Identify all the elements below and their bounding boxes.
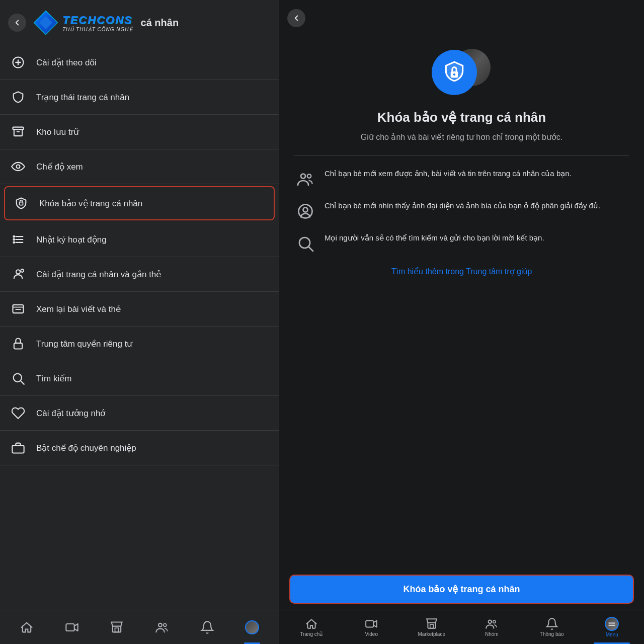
menu-item-label: Bật chế độ chuyên nghiệp [36, 443, 136, 453]
svg-point-9 [17, 165, 20, 169]
left-back-button[interactable] [8, 14, 26, 32]
shield-icon [8, 87, 28, 107]
nav-bell[interactable] [185, 610, 230, 644]
logo-title-text: TECHCONS [62, 14, 133, 27]
review-icon [8, 299, 28, 319]
right-title: Khóa bảo vệ trang cá nhân [377, 110, 546, 125]
menu-item-label: Nhật ký hoạt động [36, 234, 107, 245]
menu-item-tim-kiem[interactable]: Tìm kiếm [0, 361, 279, 396]
right-panel: Khóa bảo vệ trang cá nhân Giữ cho ảnh và… [279, 0, 644, 644]
svg-point-34 [301, 174, 305, 179]
briefcase-icon [8, 438, 28, 458]
svg-line-26 [21, 381, 24, 384]
right-bottom: Khóa bảo vệ trang cá nhân [279, 567, 644, 610]
logo-subtitle-text: THỦ THUẬT CÔNG NGHỆ [62, 27, 133, 32]
right-bottom-nav: Trang chủ Video Marketplace Nhóm Thông b… [279, 610, 644, 644]
menu-item-label: Xem lại bài viết và thẻ [36, 304, 121, 314]
svg-point-43 [493, 620, 496, 623]
left-header: TECHCONS THỦ THUẬT CÔNG NGHỆ cá nhân [0, 0, 279, 41]
menu-item-xem-lai[interactable]: Xem lại bài viết và thẻ [0, 292, 279, 327]
svg-rect-28 [66, 624, 74, 631]
menu-item-che-do-xem[interactable]: Chế độ xem [0, 149, 279, 184]
bnr-thong-bao[interactable]: Thông báo [522, 610, 582, 644]
menu-list: Cài đặt theo dõi Trạng thái trang cá nhâ… [0, 41, 279, 610]
menu-item-label: Cài đặt theo dõi [36, 57, 97, 68]
friends-icon [294, 168, 316, 190]
svg-point-16 [13, 242, 15, 243]
right-subtitle: Giữ cho ảnh và bài viết riêng tư hơn chỉ… [361, 131, 563, 143]
left-panel: TECHCONS THỦ THUẬT CÔNG NGHỆ cá nhân Cài… [0, 0, 279, 644]
nav-groups[interactable] [139, 610, 185, 644]
right-back-button[interactable] [287, 9, 305, 27]
feature-text-search: Mọi người vẫn sẽ có thể tìm kiếm và gửi … [325, 232, 629, 244]
nav-store[interactable] [94, 610, 139, 644]
right-content: Khóa bảo vệ trang cá nhân Giữ cho ảnh và… [279, 32, 644, 567]
nav-video[interactable] [49, 610, 95, 644]
feature-text-profile: Chỉ bạn bè mới nhìn thấy ảnh đại diện và… [325, 200, 629, 212]
profile-circle-icon [294, 200, 316, 222]
svg-point-33 [453, 73, 455, 75]
nav-avatar[interactable] [229, 610, 275, 644]
bnr-label-video: Video [365, 631, 378, 637]
menu-item-label: Tìm kiếm [36, 373, 71, 384]
lock-cta-button[interactable]: Khóa bảo vệ trang cá nhân [289, 575, 634, 604]
menu-item-nhat-ky[interactable]: Nhật ký hoạt động [0, 222, 279, 257]
eye-icon [8, 156, 28, 177]
archive-icon [8, 122, 28, 142]
svg-point-30 [158, 623, 162, 626]
svg-line-39 [309, 247, 313, 251]
right-header [279, 0, 644, 32]
menu-item-quyen-rieng-tu[interactable]: Trung tâm quyền riêng tư [0, 327, 279, 361]
svg-point-37 [303, 208, 308, 212]
lock-icon [8, 334, 28, 354]
bnr-marketplace[interactable]: Marketplace [401, 610, 462, 644]
menu-item-tuong-nho[interactable]: Cài đặt tưởng nhớ [0, 396, 279, 431]
bnr-nhom[interactable]: Nhóm [462, 610, 522, 644]
bnr-label-menu: Menu [606, 632, 618, 637]
menu-item-chuyen-nghiep[interactable]: Bật chế độ chuyên nghiệp [0, 431, 279, 465]
menu-item-cai-dat-theo-doi[interactable]: Cài đặt theo dõi [0, 45, 279, 80]
svg-point-17 [16, 270, 20, 274]
menu-item-kho-luu-tru[interactable]: Kho lưu trữ [0, 115, 279, 149]
svg-point-42 [489, 620, 492, 623]
bnr-trang-chu[interactable]: Trang chủ [281, 610, 342, 644]
menu-item-trang-thai[interactable]: Trạng thái trang cá nhân [0, 80, 279, 115]
menu-item-label: Khóa bảo vệ trang cá nhân [39, 198, 142, 209]
svg-point-35 [307, 174, 311, 178]
left-header-title: cá nhân [141, 17, 179, 29]
left-bottom-nav [0, 610, 279, 644]
menu-item-khoa-bao-ve[interactable]: Khóa bảo vệ trang cá nhân [4, 186, 275, 220]
diamond-icon [32, 9, 59, 36]
bnr-video[interactable]: Video [342, 610, 402, 644]
shield-lock-svg [442, 60, 467, 85]
search-icon [8, 368, 28, 388]
svg-rect-27 [12, 445, 24, 453]
list-icon [8, 229, 28, 250]
feature-search-invite: Mọi người vẫn sẽ có thể tìm kiếm và gửi … [294, 232, 629, 255]
feature-profile-photo: Chỉ bạn bè mới nhìn thấy ảnh đại diện và… [294, 200, 629, 222]
lock-shield-icon [11, 193, 31, 213]
svg-rect-41 [430, 624, 434, 628]
menu-item-label: Kho lưu trữ [36, 127, 79, 137]
lock-icons-area [432, 47, 492, 98]
feature-text-friends: Chỉ bạn bè mới xem được ảnh, bài viết và… [325, 168, 629, 180]
menu-avatar-icon [605, 617, 619, 631]
bnr-menu[interactable]: Menu [582, 610, 642, 644]
svg-rect-24 [14, 343, 22, 349]
svg-rect-40 [366, 621, 373, 627]
menu-item-cai-dat-trang[interactable]: Cài đặt trang cá nhân và gắn thẻ [0, 257, 279, 292]
menu-item-label: Trung tâm quyền riêng tư [36, 339, 132, 349]
search-circle-icon [294, 232, 316, 255]
nav-home[interactable] [4, 610, 49, 644]
bnr-label-trang-chu: Trang chủ [300, 631, 323, 637]
feature-list: Chỉ bạn bè mới xem được ảnh, bài viết và… [294, 168, 629, 255]
svg-rect-10 [20, 202, 23, 205]
techcons-logo: TECHCONS THỦ THUẬT CÔNG NGHỆ [32, 9, 133, 36]
bnr-label-thong-bao: Thông báo [540, 631, 564, 637]
help-link[interactable]: Tìm hiểu thêm trong Trung tâm trợ giúp [391, 267, 532, 276]
svg-rect-21 [13, 305, 24, 313]
feature-friends-only: Chỉ bạn bè mới xem được ảnh, bài viết và… [294, 168, 629, 190]
heart-icon [8, 403, 28, 423]
menu-item-label: Trạng thái trang cá nhân [36, 92, 129, 103]
menu-item-label: Cài đặt trang cá nhân và gắn thẻ [36, 269, 161, 280]
